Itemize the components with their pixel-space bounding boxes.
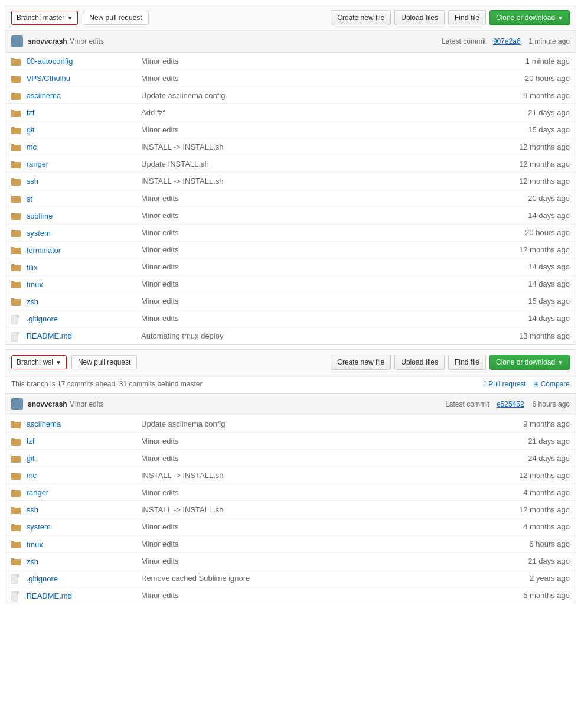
file-time-cell: 1 minute ago	[402, 53, 576, 70]
master-clone-chevron-icon: ▼	[557, 15, 563, 21]
file-link[interactable]: 00-autoconfig	[27, 57, 73, 66]
wsl-branch-button[interactable]: Branch: wsl ▼	[11, 355, 67, 369]
master-clone-button[interactable]: Clone or download ▼	[489, 10, 570, 25]
file-time-cell: 9 months ago	[425, 415, 576, 433]
file-name-cell: st	[5, 190, 135, 207]
file-link[interactable]: tmux	[27, 540, 43, 549]
commit-message-cell: Remove cached Sublime ignore	[135, 570, 425, 587]
file-link[interactable]: .gitignore	[27, 574, 58, 583]
wsl-file-table: asciinema Update asciinema config 9 mont…	[5, 415, 576, 604]
file-link[interactable]: sublime	[27, 212, 53, 220]
file-icon	[11, 574, 21, 583]
wsl-create-file-button[interactable]: Create new file	[331, 355, 391, 370]
folder-icon	[11, 109, 21, 117]
wsl-branch-chevron-icon: ▼	[56, 359, 61, 366]
commit-message-cell: Minor edits	[135, 207, 402, 224]
master-commit-hash-link[interactable]: 907e2a6	[493, 37, 521, 46]
file-link[interactable]: asciinema	[27, 91, 61, 100]
file-link[interactable]: .gitignore	[27, 314, 58, 323]
master-create-file-button[interactable]: Create new file	[331, 10, 391, 25]
file-name-cell: .gitignore	[5, 310, 135, 327]
file-link[interactable]: mc	[27, 142, 37, 151]
table-row: asciinema Update asciinema config 9 mont…	[5, 87, 576, 104]
svg-rect-60	[11, 473, 15, 474]
file-name-cell: git	[5, 121, 135, 138]
file-time-cell: 14 days ago	[402, 275, 576, 292]
file-link[interactable]: README.md	[27, 332, 72, 340]
file-time-cell: 4 months ago	[425, 484, 576, 501]
file-link[interactable]: README.md	[27, 592, 72, 600]
svg-rect-44	[11, 298, 15, 300]
svg-rect-76	[11, 574, 17, 584]
wsl-ahead-info: This branch is 17 commits ahead, 31 comm…	[5, 375, 576, 394]
commit-message-cell: Update asciinema config	[135, 87, 402, 104]
wsl-find-file-button[interactable]: Find file	[448, 355, 486, 370]
file-link[interactable]: system	[27, 229, 51, 238]
svg-rect-47	[11, 332, 17, 342]
file-link[interactable]: git	[27, 454, 35, 463]
svg-rect-57	[11, 456, 15, 457]
master-toolbar-right: Create new file Upload files Find file C…	[331, 10, 570, 25]
file-time-cell: 5 months ago	[425, 587, 576, 604]
master-avatar	[11, 35, 23, 47]
wsl-commit-info: snovvcrash Minor edits	[28, 400, 440, 408]
svg-rect-51	[11, 421, 15, 423]
file-name-cell: sublime	[5, 207, 135, 224]
svg-rect-35	[11, 247, 15, 249]
file-name-cell: ranger	[5, 155, 135, 173]
svg-rect-32	[11, 230, 15, 232]
commit-message-cell: INSTALL -> INSTALL.sh	[135, 501, 425, 518]
wsl-compare-link[interactable]: ⊞ Compare	[533, 380, 570, 388]
wsl-upload-files-button[interactable]: Upload files	[394, 355, 445, 370]
master-branch-chevron-icon: ▼	[67, 15, 73, 21]
file-icon	[11, 315, 21, 323]
file-link[interactable]: tilix	[27, 263, 38, 272]
wsl-commit-hash-link[interactable]: e525452	[497, 400, 524, 408]
commit-message-cell: Minor edits	[135, 552, 425, 570]
file-time-cell: 12 months ago	[402, 173, 576, 190]
file-link[interactable]: ranger	[27, 160, 49, 168]
file-link[interactable]: zsh	[27, 557, 38, 566]
file-time-cell: 21 days ago	[425, 552, 576, 570]
wsl-pull-request-link[interactable]: ⤴ Pull request	[483, 380, 525, 388]
master-commit-bar: snovvcrash Minor edits Latest commit 907…	[5, 31, 576, 53]
wsl-new-pr-button[interactable]: New pull request	[71, 355, 137, 369]
file-link[interactable]: fzf	[27, 108, 35, 117]
file-name-cell: tmux	[5, 535, 135, 552]
file-link[interactable]: system	[27, 523, 51, 532]
file-name-cell: terminator	[5, 241, 135, 258]
file-link[interactable]: ranger	[27, 488, 49, 497]
table-row: VPS/Cthulhu Minor edits 20 hours ago	[5, 70, 576, 87]
file-link[interactable]: VPS/Cthulhu	[27, 74, 70, 83]
file-link[interactable]: st	[27, 194, 32, 203]
commit-message-cell: Minor edits	[135, 53, 402, 70]
folder-icon	[11, 506, 21, 514]
svg-rect-20	[11, 161, 15, 163]
folder-icon	[11, 92, 21, 100]
file-link[interactable]: terminator	[27, 246, 61, 255]
table-row: fzf Minor edits 21 days ago	[5, 433, 576, 450]
table-row: git Minor edits 24 days ago	[5, 450, 576, 467]
file-link[interactable]: zsh	[27, 297, 38, 306]
file-link[interactable]: fzf	[27, 437, 35, 446]
svg-rect-11	[11, 110, 15, 112]
master-branch-button[interactable]: Branch: master ▼	[11, 11, 78, 25]
table-row: ssh INSTALL -> INSTALL.sh 12 months ago	[5, 501, 576, 518]
wsl-commit-time: 6 hours ago	[533, 400, 570, 408]
commit-message-cell: Minor edits	[135, 70, 402, 87]
file-time-cell: 12 months ago	[425, 467, 576, 484]
file-link[interactable]: git	[27, 125, 35, 134]
wsl-clone-button[interactable]: Clone or download ▼	[489, 355, 570, 370]
svg-rect-14	[11, 127, 15, 129]
master-find-file-button[interactable]: Find file	[448, 10, 486, 25]
file-time-cell: 12 months ago	[425, 501, 576, 518]
file-link[interactable]: ssh	[27, 177, 38, 186]
file-name-cell: README.md	[5, 327, 135, 344]
file-link[interactable]: ssh	[27, 505, 38, 514]
commit-message-cell: Minor edits	[135, 433, 425, 450]
file-link[interactable]: mc	[27, 471, 37, 480]
file-link[interactable]: asciinema	[27, 420, 61, 428]
file-link[interactable]: tmux	[27, 280, 43, 289]
master-upload-files-button[interactable]: Upload files	[394, 10, 445, 25]
master-new-pr-button[interactable]: New pull request	[83, 11, 148, 25]
